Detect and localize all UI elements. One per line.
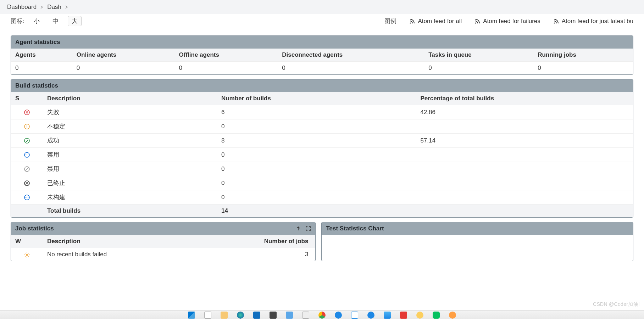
row-num: 0	[217, 190, 416, 205]
header-queue: Tasks in queue	[424, 49, 533, 62]
row-pct	[416, 176, 633, 190]
row-pct	[416, 162, 633, 176]
row-desc: No recent builds failed	[43, 248, 193, 261]
build-statistics-panel: Build statistics S Description Number of…	[11, 79, 633, 218]
rss-icon	[474, 18, 480, 24]
row-pct	[416, 119, 633, 134]
row-num: 0	[217, 148, 416, 162]
rss-icon	[553, 18, 559, 24]
svg-line-24	[25, 253, 26, 253]
svg-line-26	[25, 256, 26, 257]
header-offline: Offline agents	[175, 49, 278, 62]
size-small-button[interactable]: 小	[30, 16, 43, 26]
total-label: Total builds	[43, 205, 217, 218]
sun-icon	[24, 252, 30, 258]
chevron-right-icon	[40, 4, 44, 11]
build-statistics-title: Build statistics	[11, 79, 633, 92]
breadcrumb-dashboard[interactable]: Dashboard	[7, 4, 37, 11]
svg-line-27	[28, 253, 29, 253]
table-row: 未构建 0	[11, 190, 633, 205]
feed-failures-link[interactable]: Atom feed for failures	[474, 18, 540, 25]
feed-all-label: Atom feed for all	[418, 18, 462, 25]
feed-latest-link[interactable]: Atom feed for just latest bu	[553, 18, 633, 25]
icon-size-label: 图标:	[11, 17, 24, 25]
svg-line-13	[25, 167, 29, 171]
header-num: Number of jobs	[193, 235, 315, 248]
size-medium-button[interactable]: 中	[49, 16, 62, 26]
table-row: 已终止 0	[11, 176, 633, 190]
row-desc: 已终止	[43, 176, 217, 190]
toolbar: 图标: 小 中 大 图例 Atom feed for all Atom feed…	[0, 13, 644, 31]
value-offline: 0	[175, 62, 278, 75]
test-statistics-panel: Test Statistics Chart	[321, 222, 633, 261]
total-row: Total builds 14	[11, 205, 633, 218]
header-num: Number of builds	[217, 92, 416, 105]
disabled-grey-icon	[24, 166, 30, 172]
header-running: Running jobs	[533, 49, 633, 62]
value-agents: 0	[11, 62, 72, 75]
row-pct	[416, 148, 633, 162]
chevron-right-icon	[65, 4, 68, 11]
svg-point-18	[28, 197, 28, 198]
total-value: 14	[217, 205, 416, 218]
header-agents: Agents	[11, 49, 72, 62]
agent-stats-row: 0 0 0 0 0 0	[11, 62, 633, 75]
table-row: 禁用 0	[11, 162, 633, 176]
agent-statistics-title: Agent statistics	[11, 36, 633, 49]
row-num: 3	[193, 248, 315, 261]
failed-icon	[24, 109, 30, 116]
row-desc: 不稳定	[43, 119, 217, 134]
row-desc: 未构建	[43, 190, 217, 205]
svg-point-10	[27, 155, 27, 155]
svg-line-25	[28, 256, 29, 257]
svg-point-9	[26, 155, 26, 155]
svg-point-17	[27, 197, 27, 198]
expand-icon[interactable]	[305, 226, 311, 231]
value-disconnected: 0	[278, 62, 424, 75]
header-s: S	[11, 92, 43, 105]
job-statistics-table: W Description Number of jobs No recent b…	[11, 235, 315, 261]
rss-icon	[409, 18, 415, 24]
svg-point-2	[554, 22, 555, 23]
row-num: 0	[217, 119, 416, 134]
job-statistics-panel: Job statistics W Description Number of j…	[11, 222, 316, 261]
size-large-button[interactable]: 大	[68, 16, 82, 26]
svg-point-0	[410, 22, 411, 23]
success-icon	[24, 138, 30, 144]
feed-failures-label: Atom feed for failures	[483, 18, 540, 25]
value-running: 0	[533, 62, 633, 75]
notbuilt-icon	[24, 194, 30, 201]
table-row: 禁用 0	[11, 148, 633, 162]
feed-latest-label: Atom feed for just latest bu	[562, 18, 633, 25]
table-row: 成功 8 57.14	[11, 134, 633, 148]
svg-point-7	[24, 138, 29, 143]
job-statistics-title: Job statistics	[15, 225, 54, 232]
row-num: 0	[217, 176, 416, 190]
row-desc: 失败	[43, 105, 217, 119]
header-desc: Description	[43, 235, 193, 248]
arrow-up-icon[interactable]	[295, 226, 301, 231]
svg-point-19	[26, 254, 28, 256]
svg-point-11	[28, 155, 28, 155]
header-online: Online agents	[72, 49, 175, 62]
agent-statistics-panel: Agent statistics Agents Online agents Of…	[11, 35, 633, 75]
value-queue: 0	[424, 62, 533, 75]
breadcrumb: Dashboard Dash	[0, 0, 644, 14]
svg-point-6	[27, 128, 27, 128]
header-w: W	[11, 235, 43, 248]
svg-point-16	[26, 197, 26, 198]
table-row: 失败 6 42.86	[11, 105, 633, 119]
row-desc: 禁用	[43, 162, 217, 176]
row-num: 6	[217, 105, 416, 119]
row-desc: 禁用	[43, 148, 217, 162]
feed-all-link[interactable]: Atom feed for all	[409, 18, 462, 25]
row-num: 8	[217, 134, 416, 148]
row-num: 0	[217, 162, 416, 176]
svg-point-1	[475, 22, 476, 23]
legend-label[interactable]: 图例	[384, 17, 396, 25]
test-statistics-title: Test Statistics Chart	[322, 222, 633, 235]
value-online: 0	[72, 62, 175, 75]
breadcrumb-dash[interactable]: Dash	[47, 4, 61, 11]
row-desc: 成功	[43, 134, 217, 148]
build-statistics-table: S Description Number of builds Percentag…	[11, 92, 633, 217]
